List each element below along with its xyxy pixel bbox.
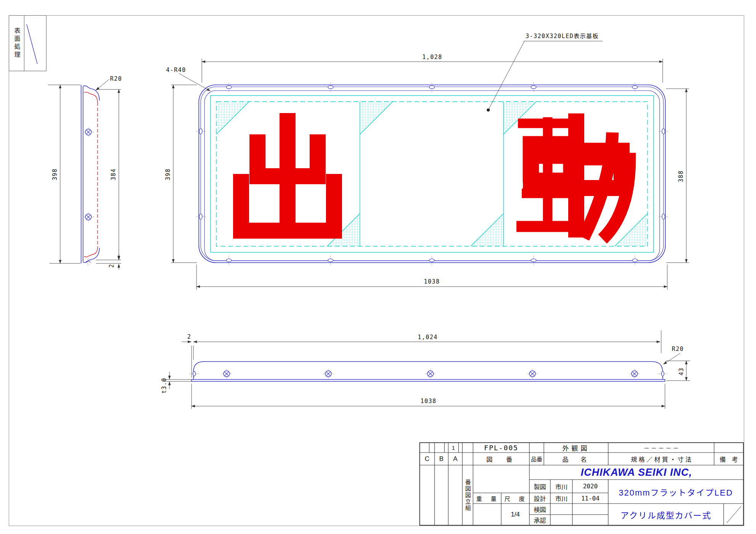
rev-col-a: A bbox=[448, 453, 462, 465]
revision-mark: 1 bbox=[448, 443, 459, 453]
approval-row-label: 承認 bbox=[529, 515, 550, 525]
led-board-note: 3-320X320LED表示基板 bbox=[526, 33, 599, 40]
bottom-view: 2 1,024 R20 43 t3.0 1038 bbox=[161, 330, 690, 409]
bottom-height-dim: 43 bbox=[678, 367, 685, 375]
surface-treatment-box: 表面処理 bbox=[9, 15, 46, 71]
approval-row-name: 市川 bbox=[550, 480, 572, 493]
product-name-line2: アクリル成型カバー式 bbox=[608, 504, 724, 525]
scale-label: 尺 度 bbox=[501, 493, 529, 504]
drawing-number: FPL-005 bbox=[473, 443, 529, 453]
approval-row-date: 2020 bbox=[572, 480, 608, 493]
front-height-right-dim: 388 bbox=[678, 170, 684, 182]
bottom-radius-label: R20 bbox=[672, 346, 684, 352]
side-view: R20 398 384 2 bbox=[48, 75, 122, 269]
drawing-number-label: 図 番 bbox=[473, 453, 529, 465]
scale-value: 1/4 bbox=[501, 504, 529, 525]
front-corner-radius-note: 4-R40 bbox=[166, 67, 186, 73]
surface-treatment-label: 表面処理 bbox=[9, 16, 24, 71]
part-name-value: 外観図 bbox=[544, 443, 608, 453]
front-height-left-dim: 398 bbox=[165, 168, 171, 180]
rev-col-b: B bbox=[435, 453, 448, 465]
approval-row-label: 検図 bbox=[529, 504, 550, 515]
approval-row-date: 11-04 bbox=[572, 493, 608, 504]
bottom-view-screws bbox=[189, 369, 668, 379]
front-width-top-dim: 1,028 bbox=[422, 54, 443, 61]
side-view-screw-symbols bbox=[83, 127, 94, 222]
bottom-thickness-dim: t3.0 bbox=[161, 378, 168, 394]
rev-col-c: C bbox=[420, 453, 435, 465]
bottom-offset-dim: 2 bbox=[187, 333, 192, 340]
side-radius-label: R20 bbox=[110, 75, 122, 82]
approval-row-label: 設計 bbox=[529, 493, 550, 504]
part-number-label: 品番 bbox=[529, 453, 544, 465]
kanji-sign-graphic bbox=[241, 113, 630, 239]
part-name-label: 品 名 bbox=[544, 453, 608, 465]
front-view: 4-R40 1,028 3-320X320LED表示基板 398 388 103… bbox=[165, 33, 689, 290]
bottom-width-top-dim: 1,024 bbox=[418, 334, 438, 341]
side-gap-dim: 2 bbox=[108, 264, 115, 268]
side-height-overall: 398 bbox=[51, 168, 58, 180]
side-view-inner-red-line bbox=[84, 92, 97, 257]
approval-row-label: 製図 bbox=[529, 480, 550, 493]
front-width-bottom-dim: 1038 bbox=[424, 278, 440, 285]
drawing-sheet: R20 398 384 2 bbox=[0, 0, 756, 534]
weight-label: 重 量 bbox=[473, 493, 501, 504]
company-logo: ICHIKAWA SEIKI INC, bbox=[529, 465, 743, 480]
spec-label: 規 格 ／ 材 質 ・ 寸 法 bbox=[608, 453, 714, 465]
bottom-width-bottom-dim: 1038 bbox=[420, 398, 436, 405]
approval-row-name: 市川 bbox=[550, 493, 572, 504]
assembly-drawing-label: 番図図立組 bbox=[462, 465, 473, 525]
led-note-leader-dot bbox=[487, 108, 490, 112]
spec-value: － － － － － bbox=[608, 443, 714, 453]
remarks-label: 備 考 bbox=[714, 453, 743, 465]
product-name-line1: 320mmフラットタイプLED bbox=[608, 480, 743, 504]
side-height-inner: 384 bbox=[110, 168, 117, 180]
kanji-shutsu bbox=[241, 113, 334, 231]
